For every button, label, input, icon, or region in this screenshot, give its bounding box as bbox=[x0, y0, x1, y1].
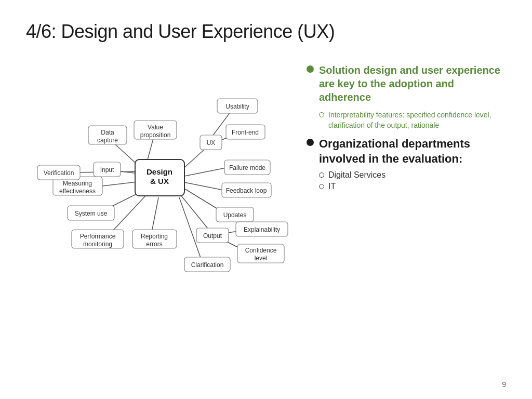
svg-text:level: level bbox=[255, 255, 268, 262]
sub-bullet-dot-1 bbox=[319, 112, 324, 117]
svg-text:Front-end: Front-end bbox=[232, 129, 259, 136]
svg-text:& UX: & UX bbox=[150, 177, 169, 185]
svg-text:errors: errors bbox=[146, 241, 162, 248]
right-panel: Solution design and user experience are … bbox=[307, 58, 506, 193]
svg-text:Verification: Verification bbox=[44, 169, 74, 177]
content-area: Design & UX UX Usability Front-end Failu… bbox=[26, 58, 506, 297]
bullet-dot-2 bbox=[307, 139, 314, 146]
svg-text:Feedback loop: Feedback loop bbox=[226, 187, 267, 194]
slide: 4/6: Design and User Experience (UX) bbox=[0, 0, 532, 399]
sub-bullet-2a: Digital Services bbox=[319, 170, 506, 180]
svg-text:Performance: Performance bbox=[80, 233, 116, 240]
sub-bullet-text-1: Interpretability features: specified con… bbox=[328, 110, 506, 130]
svg-text:Confidence: Confidence bbox=[245, 247, 277, 254]
bullet-text-2: Organizational departments involved in t… bbox=[319, 137, 506, 166]
svg-text:Reporting: Reporting bbox=[141, 233, 168, 240]
svg-text:Updates: Updates bbox=[223, 211, 247, 219]
svg-text:System use: System use bbox=[75, 210, 108, 217]
sub-bullet-dot-2b bbox=[319, 184, 324, 189]
svg-line-4 bbox=[182, 182, 226, 191]
sub-bullets-1: Interpretability features: specified con… bbox=[319, 110, 506, 130]
svg-text:Value: Value bbox=[148, 124, 163, 131]
sub-bullet-text-2a: Digital Services bbox=[328, 170, 385, 180]
bullet-dot-1 bbox=[307, 65, 314, 73]
svg-text:Failure mode: Failure mode bbox=[229, 164, 265, 171]
svg-text:Input: Input bbox=[100, 166, 114, 174]
sub-bullet-2b: IT bbox=[319, 182, 506, 191]
bullet-2: Organizational departments involved in t… bbox=[307, 137, 506, 166]
svg-line-3 bbox=[182, 167, 229, 177]
bullet-text-1: Solution design and user experience are … bbox=[319, 63, 506, 104]
svg-text:Clarification: Clarification bbox=[191, 261, 224, 269]
svg-text:Design: Design bbox=[147, 167, 172, 176]
mindmap-container: Design & UX UX Usability Front-end Failu… bbox=[26, 58, 296, 297]
page-number: 9 bbox=[502, 380, 506, 389]
sub-bullet-dot-2a bbox=[319, 172, 324, 178]
svg-text:effectiveness: effectiveness bbox=[59, 188, 96, 195]
svg-text:UX: UX bbox=[207, 139, 216, 147]
svg-text:Data: Data bbox=[101, 129, 114, 136]
svg-text:capture: capture bbox=[97, 137, 118, 144]
svg-text:proposition: proposition bbox=[140, 131, 171, 139]
slide-title: 4/6: Design and User Experience (UX) bbox=[26, 21, 506, 43]
svg-text:Usability: Usability bbox=[225, 103, 249, 110]
mindmap-svg: Design & UX UX Usability Front-end Failu… bbox=[26, 58, 296, 297]
bullet-1: Solution design and user experience are … bbox=[307, 63, 506, 104]
svg-text:Explainability: Explainability bbox=[244, 226, 280, 233]
svg-text:Measuring: Measuring bbox=[63, 180, 92, 187]
sub-bullet-1: Interpretability features: specified con… bbox=[319, 110, 506, 130]
svg-text:Output: Output bbox=[203, 232, 222, 240]
svg-text:monitoring: monitoring bbox=[83, 241, 112, 248]
sub-bullet-text-2b: IT bbox=[328, 182, 336, 191]
sub-bullets-2: Digital Services IT bbox=[319, 170, 506, 191]
